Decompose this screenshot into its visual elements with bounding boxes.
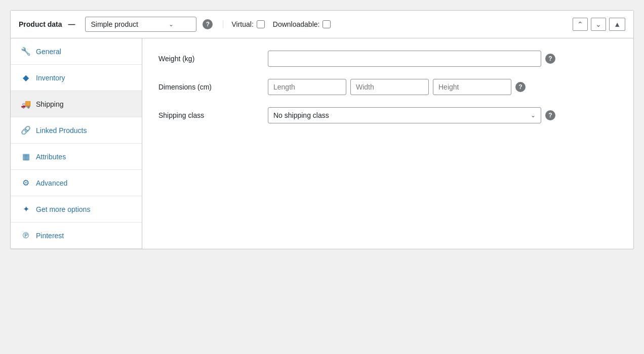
shipping-class-label: Shipping class bbox=[158, 107, 260, 119]
weight-help-icon[interactable]: ? bbox=[545, 54, 555, 64]
sidebar-item-pinterest-label: Pinterest bbox=[36, 232, 64, 240]
downloadable-label: Downloadable: bbox=[273, 20, 320, 28]
shipping-class-help-icon[interactable]: ? bbox=[545, 110, 555, 120]
weight-label: Weight (kg) bbox=[158, 51, 260, 63]
shipping-content: Weight (kg) 0 ? Dimensions (cm) ? Shippi… bbox=[142, 38, 633, 249]
gear-icon: ⚙ bbox=[21, 178, 31, 188]
shipping-class-value: No shipping class bbox=[273, 111, 329, 119]
virtual-checkbox[interactable] bbox=[257, 20, 265, 28]
sidebar-item-inventory[interactable]: ◆ Inventory bbox=[11, 65, 142, 91]
dimensions-field-row: Dimensions (cm) ? bbox=[158, 79, 617, 95]
sidebar-item-attributes-label: Attributes bbox=[36, 153, 66, 161]
height-input[interactable] bbox=[433, 79, 511, 95]
virtual-downloadable-group: Virtual: Downloadable: bbox=[223, 20, 331, 28]
virtual-label: Virtual: bbox=[231, 20, 253, 28]
downloadable-checkbox[interactable] bbox=[323, 20, 331, 28]
attributes-icon: ▦ bbox=[21, 152, 31, 161]
sidebar-item-general-label: General bbox=[36, 48, 61, 56]
shipping-class-controls: No shipping class ⌄ ? bbox=[268, 107, 617, 123]
sidebar-item-linked-products-label: Linked Products bbox=[36, 126, 87, 135]
toggle-button[interactable]: ▲ bbox=[609, 18, 625, 31]
inventory-icon: ◆ bbox=[21, 73, 31, 82]
weight-input[interactable]: 0 bbox=[268, 51, 541, 67]
product-type-label: Simple product bbox=[91, 20, 138, 28]
product-type-select[interactable]: Simple product ⌄ bbox=[85, 17, 196, 32]
chevron-down-icon: ⌄ bbox=[169, 21, 174, 28]
sidebar-item-advanced-label: Advanced bbox=[36, 179, 67, 187]
sidebar: 🔧 General ◆ Inventory 🚚 Shipping 🔗 Linke… bbox=[11, 38, 142, 249]
dimensions-help-icon[interactable]: ? bbox=[515, 82, 526, 92]
sidebar-item-get-more-options[interactable]: ✦ Get more options bbox=[11, 196, 142, 223]
width-input[interactable] bbox=[350, 79, 429, 95]
sidebar-item-shipping[interactable]: 🚚 Shipping bbox=[11, 91, 142, 117]
sidebar-item-linked-products[interactable]: 🔗 Linked Products bbox=[11, 117, 142, 144]
dimensions-controls: ? bbox=[268, 79, 617, 95]
length-input[interactable] bbox=[268, 79, 346, 95]
panel-body: 🔧 General ◆ Inventory 🚚 Shipping 🔗 Linke… bbox=[11, 38, 633, 249]
panel-header: Product data — Simple product ⌄ ? Virtua… bbox=[11, 11, 633, 38]
link-icon: 🔗 bbox=[21, 125, 31, 135]
weight-field-row: Weight (kg) 0 ? bbox=[158, 51, 617, 67]
sidebar-item-shipping-label: Shipping bbox=[36, 100, 64, 108]
pinterest-icon: ℗ bbox=[21, 231, 31, 240]
virtual-checkbox-label[interactable]: Virtual: bbox=[231, 20, 264, 28]
sidebar-item-pinterest[interactable]: ℗ Pinterest bbox=[11, 223, 142, 249]
shipping-class-select[interactable]: No shipping class ⌄ bbox=[268, 107, 541, 123]
dimensions-label: Dimensions (cm) bbox=[158, 79, 260, 91]
product-data-panel: Product data — Simple product ⌄ ? Virtua… bbox=[10, 10, 634, 249]
chevron-down-icon: ⌄ bbox=[531, 112, 536, 119]
star-icon: ✦ bbox=[21, 204, 31, 214]
collapse-down-button[interactable]: ⌄ bbox=[591, 18, 606, 31]
sidebar-item-advanced[interactable]: ⚙ Advanced bbox=[11, 170, 142, 196]
product-type-help-icon[interactable]: ? bbox=[203, 19, 213, 29]
sidebar-item-general[interactable]: 🔧 General bbox=[11, 38, 142, 65]
truck-icon: 🚚 bbox=[21, 99, 31, 109]
collapse-up-button[interactable]: ⌃ bbox=[573, 18, 588, 31]
downloadable-checkbox-label[interactable]: Downloadable: bbox=[273, 20, 331, 28]
sidebar-item-get-more-options-label: Get more options bbox=[36, 205, 90, 213]
weight-controls: 0 ? bbox=[268, 51, 617, 67]
header-actions: ⌃ ⌄ ▲ bbox=[573, 18, 625, 31]
wrench-icon: 🔧 bbox=[21, 47, 31, 56]
shipping-class-field-row: Shipping class No shipping class ⌄ ? bbox=[158, 107, 617, 123]
panel-title: Product data — bbox=[19, 20, 79, 28]
sidebar-item-inventory-label: Inventory bbox=[36, 74, 65, 82]
sidebar-item-attributes[interactable]: ▦ Attributes bbox=[11, 144, 142, 170]
